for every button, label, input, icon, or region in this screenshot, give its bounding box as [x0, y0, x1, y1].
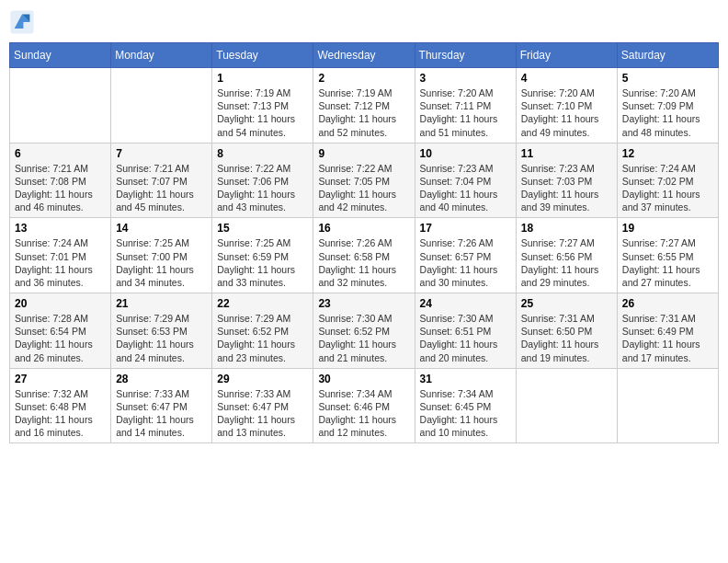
day-number: 12: [622, 147, 713, 160]
calendar-cell: 6Sunrise: 7:21 AM Sunset: 7:08 PM Daylig…: [10, 143, 111, 218]
day-info: Sunrise: 7:31 AM Sunset: 6:50 PM Dayligh…: [521, 312, 612, 364]
calendar-cell: [617, 368, 718, 443]
calendar-cell: [10, 68, 111, 144]
day-number: 1: [217, 72, 308, 85]
calendar-cell: 25Sunrise: 7:31 AM Sunset: 6:50 PM Dayli…: [516, 293, 617, 369]
calendar-cell: 17Sunrise: 7:26 AM Sunset: 6:57 PM Dayli…: [415, 218, 516, 293]
day-number: 3: [420, 72, 511, 85]
day-info: Sunrise: 7:31 AM Sunset: 6:49 PM Dayligh…: [622, 312, 713, 364]
day-info: Sunrise: 7:32 AM Sunset: 6:48 PM Dayligh…: [15, 387, 106, 440]
day-header-friday: Friday: [516, 43, 617, 68]
day-header-monday: Monday: [111, 43, 212, 68]
calendar-cell: 4Sunrise: 7:20 AM Sunset: 7:10 PM Daylig…: [516, 68, 617, 144]
day-number: 21: [116, 297, 207, 310]
day-number: 31: [420, 373, 511, 385]
logo: [9, 9, 39, 35]
calendar-cell: 21Sunrise: 7:29 AM Sunset: 6:53 PM Dayli…: [111, 293, 212, 369]
day-number: 14: [116, 222, 207, 235]
day-info: Sunrise: 7:24 AM Sunset: 7:02 PM Dayligh…: [622, 162, 713, 214]
calendar-cell: 28Sunrise: 7:33 AM Sunset: 6:47 PM Dayli…: [111, 368, 212, 443]
calendar-cell: 18Sunrise: 7:27 AM Sunset: 6:56 PM Dayli…: [516, 218, 617, 293]
day-number: 24: [420, 297, 511, 310]
day-info: Sunrise: 7:33 AM Sunset: 6:47 PM Dayligh…: [217, 387, 308, 440]
day-number: 5: [622, 72, 713, 85]
day-info: Sunrise: 7:20 AM Sunset: 7:11 PM Dayligh…: [420, 86, 511, 139]
day-header-tuesday: Tuesday: [212, 43, 313, 68]
day-header-thursday: Thursday: [415, 43, 516, 68]
day-info: Sunrise: 7:27 AM Sunset: 6:56 PM Dayligh…: [521, 236, 612, 289]
day-info: Sunrise: 7:24 AM Sunset: 7:01 PM Dayligh…: [15, 236, 106, 289]
day-info: Sunrise: 7:34 AM Sunset: 6:46 PM Dayligh…: [318, 387, 409, 440]
day-number: 27: [15, 373, 106, 385]
day-info: Sunrise: 7:23 AM Sunset: 7:03 PM Dayligh…: [521, 162, 612, 214]
day-number: 4: [521, 72, 612, 85]
calendar-cell: 16Sunrise: 7:26 AM Sunset: 6:58 PM Dayli…: [313, 218, 415, 293]
calendar-cell: 14Sunrise: 7:25 AM Sunset: 7:00 PM Dayli…: [111, 218, 212, 293]
day-number: 22: [217, 297, 308, 310]
day-number: 16: [318, 222, 409, 235]
calendar-cell: 30Sunrise: 7:34 AM Sunset: 6:46 PM Dayli…: [313, 368, 415, 443]
calendar-week-2: 6Sunrise: 7:21 AM Sunset: 7:08 PM Daylig…: [10, 143, 719, 218]
day-number: 30: [318, 373, 409, 385]
day-number: 9: [318, 147, 409, 160]
day-number: 15: [217, 222, 308, 235]
calendar-cell: 23Sunrise: 7:30 AM Sunset: 6:52 PM Dayli…: [313, 293, 415, 369]
day-info: Sunrise: 7:20 AM Sunset: 7:10 PM Dayligh…: [521, 86, 612, 139]
day-number: 20: [15, 297, 106, 310]
day-info: Sunrise: 7:28 AM Sunset: 6:54 PM Dayligh…: [15, 312, 106, 364]
calendar-cell: 3Sunrise: 7:20 AM Sunset: 7:11 PM Daylig…: [415, 68, 516, 144]
day-number: 7: [116, 147, 207, 160]
calendar-cell: 13Sunrise: 7:24 AM Sunset: 7:01 PM Dayli…: [10, 218, 111, 293]
day-number: 2: [318, 72, 409, 85]
day-info: Sunrise: 7:26 AM Sunset: 6:57 PM Dayligh…: [420, 236, 511, 289]
calendar-cell: 26Sunrise: 7:31 AM Sunset: 6:49 PM Dayli…: [617, 293, 718, 369]
calendar-cell: 27Sunrise: 7:32 AM Sunset: 6:48 PM Dayli…: [10, 368, 111, 443]
calendar-cell: 12Sunrise: 7:24 AM Sunset: 7:02 PM Dayli…: [617, 143, 718, 218]
calendar-cell: 22Sunrise: 7:29 AM Sunset: 6:52 PM Dayli…: [212, 293, 313, 369]
day-info: Sunrise: 7:22 AM Sunset: 7:05 PM Dayligh…: [318, 162, 409, 214]
calendar-table: SundayMondayTuesdayWednesdayThursdayFrid…: [9, 42, 719, 443]
day-number: 10: [420, 147, 511, 160]
calendar-cell: 20Sunrise: 7:28 AM Sunset: 6:54 PM Dayli…: [10, 293, 111, 369]
day-header-sunday: Sunday: [10, 43, 111, 68]
day-number: 18: [521, 222, 612, 235]
day-header-saturday: Saturday: [617, 43, 718, 68]
calendar-cell: 2Sunrise: 7:19 AM Sunset: 7:12 PM Daylig…: [313, 68, 415, 144]
day-info: Sunrise: 7:25 AM Sunset: 6:59 PM Dayligh…: [217, 236, 308, 289]
day-info: Sunrise: 7:29 AM Sunset: 6:53 PM Dayligh…: [116, 312, 207, 364]
day-info: Sunrise: 7:27 AM Sunset: 6:55 PM Dayligh…: [622, 236, 713, 289]
calendar-cell: 1Sunrise: 7:19 AM Sunset: 7:13 PM Daylig…: [212, 68, 313, 144]
calendar-cell: 19Sunrise: 7:27 AM Sunset: 6:55 PM Dayli…: [617, 218, 718, 293]
calendar-cell: 7Sunrise: 7:21 AM Sunset: 7:07 PM Daylig…: [111, 143, 212, 218]
day-info: Sunrise: 7:21 AM Sunset: 7:08 PM Dayligh…: [15, 162, 106, 214]
day-number: 17: [420, 222, 511, 235]
calendar-week-1: 1Sunrise: 7:19 AM Sunset: 7:13 PM Daylig…: [10, 68, 719, 144]
calendar-cell: 15Sunrise: 7:25 AM Sunset: 6:59 PM Dayli…: [212, 218, 313, 293]
calendar-cell: [111, 68, 212, 144]
day-info: Sunrise: 7:22 AM Sunset: 7:06 PM Dayligh…: [217, 162, 308, 214]
day-header-wednesday: Wednesday: [313, 43, 415, 68]
calendar-cell: 5Sunrise: 7:20 AM Sunset: 7:09 PM Daylig…: [617, 68, 718, 144]
day-number: 26: [622, 297, 713, 310]
day-number: 28: [116, 373, 207, 385]
day-info: Sunrise: 7:33 AM Sunset: 6:47 PM Dayligh…: [116, 387, 207, 440]
calendar-cell: 10Sunrise: 7:23 AM Sunset: 7:04 PM Dayli…: [415, 143, 516, 218]
day-info: Sunrise: 7:26 AM Sunset: 6:58 PM Dayligh…: [318, 236, 409, 289]
calendar-cell: 29Sunrise: 7:33 AM Sunset: 6:47 PM Dayli…: [212, 368, 313, 443]
day-number: 6: [15, 147, 106, 160]
calendar-cell: 11Sunrise: 7:23 AM Sunset: 7:03 PM Dayli…: [516, 143, 617, 218]
day-info: Sunrise: 7:19 AM Sunset: 7:12 PM Dayligh…: [318, 86, 409, 139]
calendar-header-row: SundayMondayTuesdayWednesdayThursdayFrid…: [10, 43, 719, 68]
calendar-week-5: 27Sunrise: 7:32 AM Sunset: 6:48 PM Dayli…: [10, 368, 719, 443]
day-number: 11: [521, 147, 612, 160]
day-info: Sunrise: 7:25 AM Sunset: 7:00 PM Dayligh…: [116, 236, 207, 289]
day-number: 8: [217, 147, 308, 160]
calendar-cell: [516, 368, 617, 443]
calendar-cell: 8Sunrise: 7:22 AM Sunset: 7:06 PM Daylig…: [212, 143, 313, 218]
page-header: [9, 9, 719, 35]
day-info: Sunrise: 7:30 AM Sunset: 6:52 PM Dayligh…: [318, 312, 409, 364]
day-number: 25: [521, 297, 612, 310]
day-number: 13: [15, 222, 106, 235]
day-number: 19: [622, 222, 713, 235]
day-info: Sunrise: 7:23 AM Sunset: 7:04 PM Dayligh…: [420, 162, 511, 214]
